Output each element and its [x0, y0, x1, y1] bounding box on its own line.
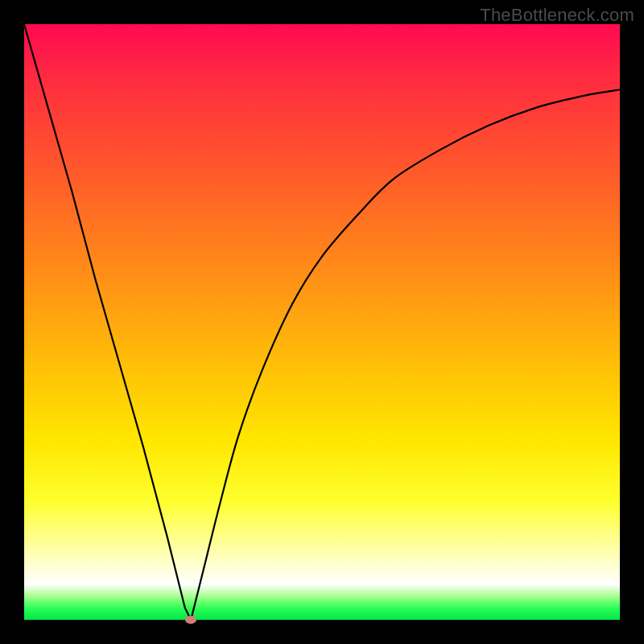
- optimal-marker: [185, 616, 196, 624]
- bottleneck-curve: [24, 24, 620, 620]
- chart-container: TheBottleneck.com: [0, 0, 644, 644]
- plot-area: [24, 24, 620, 620]
- curve-svg: [24, 24, 620, 620]
- watermark-text: TheBottleneck.com: [480, 5, 634, 26]
